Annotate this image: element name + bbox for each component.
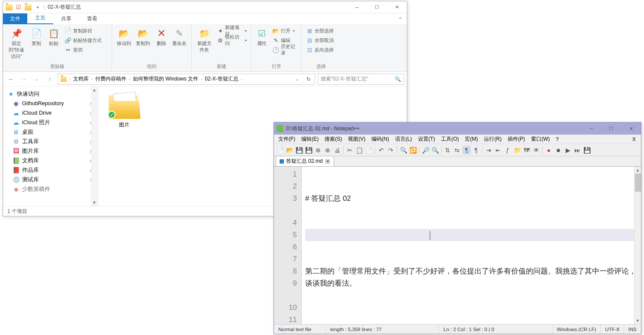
- maximize-button[interactable]: ☐: [601, 122, 621, 135]
- history-button[interactable]: 🕐历史记录: [270, 45, 299, 55]
- minimize-button[interactable]: ─: [347, 1, 367, 13]
- nav-item[interactable]: ☁iCloud Drive📌: [3, 108, 98, 118]
- dropdown-icon[interactable]: ⌄: [292, 77, 303, 81]
- invert-selection-button[interactable]: ⊡反向选择: [304, 45, 335, 55]
- editor-scrollbar[interactable]: ▲ ▼: [634, 167, 641, 324]
- breadcrumb-item[interactable]: 如何整理我的 Windows 文件: [131, 74, 200, 84]
- play-icon[interactable]: ▶: [564, 146, 572, 155]
- sync-h-icon[interactable]: ⇆: [453, 146, 461, 155]
- menu-search[interactable]: 搜索(S): [322, 135, 345, 144]
- breadcrumb-item[interactable]: 02-X-答疑汇总: [203, 74, 240, 84]
- close-button[interactable]: ✕: [387, 1, 407, 13]
- search-icon[interactable]: 🔍: [395, 76, 401, 82]
- select-all-button[interactable]: ⊞全部选择: [304, 26, 335, 35]
- menu-run[interactable]: 运行(R): [481, 135, 504, 144]
- code-area[interactable]: # 答疑汇总 02 第二期的「管理常用文件」受到了不少好评，各位提出了许多有价值…: [302, 167, 641, 324]
- quick-access-header[interactable]: ★快速访问: [3, 89, 98, 99]
- minimize-button[interactable]: ─: [581, 122, 601, 135]
- notepad-titlebar[interactable]: D:\答疑汇总 02.md - Notepad++ ─ ☐ ✕: [274, 122, 641, 135]
- nav-item[interactable]: ☁iCloud 照片📌: [3, 118, 98, 127]
- nav-scrollbar[interactable]: ▲ ▼: [91, 87, 98, 206]
- indent-icon[interactable]: ⇥: [484, 146, 493, 155]
- pin-quick-access-button[interactable]: 📌固定到"快速访问": [6, 26, 27, 61]
- maximize-button[interactable]: ☐: [367, 1, 387, 13]
- menu-edit[interactable]: 编辑(E): [299, 135, 321, 144]
- copy-path-button[interactable]: 📄复制路径: [63, 26, 103, 35]
- save-all-icon[interactable]: 💾: [304, 146, 313, 155]
- func-list-icon[interactable]: ƒ: [503, 146, 512, 155]
- outdent-icon[interactable]: ⇤: [494, 146, 502, 155]
- breadcrumb[interactable]: › 文档库› 付费内容稿件› 如何整理我的 Windows 文件› 02-X-答…: [58, 74, 315, 85]
- menu-plugins[interactable]: 插件(P): [505, 135, 528, 144]
- refresh-icon[interactable]: ↻: [303, 76, 314, 82]
- menu-file[interactable]: 文件(F): [276, 135, 298, 144]
- paste-button[interactable]: 📋粘贴: [45, 26, 62, 48]
- copy-icon[interactable]: 📋: [355, 146, 364, 155]
- paste-shortcut-button[interactable]: 🔗粘贴快捷方式: [63, 35, 103, 45]
- navigation-pane[interactable]: ★快速访问 ◉GithubRepository📌 ☁iCloud Drive📌 …: [3, 87, 98, 206]
- menu-window[interactable]: 窗口(W): [528, 135, 552, 144]
- tab-close-icon[interactable]: ✕: [325, 159, 330, 164]
- replace-icon[interactable]: 🔂: [409, 146, 417, 155]
- monitor-icon[interactable]: 👁: [532, 146, 541, 155]
- menu-encoding[interactable]: 编码(N): [369, 135, 392, 144]
- save-icon[interactable]: 💾: [295, 146, 303, 155]
- close-all-icon[interactable]: ⊗: [323, 146, 332, 155]
- zoom-out-icon[interactable]: 🔍: [431, 146, 439, 155]
- folder-view-icon[interactable]: 📁: [513, 146, 522, 155]
- print-icon[interactable]: 🖨: [333, 146, 341, 155]
- doc-map-icon[interactable]: 🗺: [522, 146, 531, 155]
- properties-button[interactable]: ☑属性: [254, 26, 270, 48]
- select-none-button[interactable]: ⊟全部取消: [304, 35, 335, 45]
- document-tab[interactable]: 答疑汇总 02.md ✕: [276, 156, 334, 166]
- record-icon[interactable]: ●: [544, 146, 553, 155]
- qat-dropdown-icon[interactable]: ▾: [33, 3, 42, 12]
- ribbon-collapse-icon[interactable]: ⌃: [394, 15, 407, 24]
- breadcrumb-item[interactable]: 文档库: [71, 74, 90, 84]
- save-macro-icon[interactable]: 💾: [583, 146, 591, 155]
- show-chars-icon[interactable]: ¶: [472, 146, 480, 155]
- tab-home[interactable]: 主页: [27, 13, 53, 24]
- folder-icon[interactable]: [24, 3, 32, 12]
- tab-view[interactable]: 查看: [79, 13, 105, 24]
- tab-file[interactable]: 文件: [3, 13, 27, 24]
- rename-button[interactable]: ✎重命名: [171, 26, 189, 48]
- recent-dropdown[interactable]: ⌄: [32, 74, 42, 84]
- qat-properties-icon[interactable]: ☑: [14, 3, 23, 12]
- menu-view[interactable]: 视图(V): [345, 135, 368, 144]
- redo-icon[interactable]: ↷: [386, 146, 395, 155]
- close-button[interactable]: ✕: [621, 122, 641, 135]
- copy-button[interactable]: 📄复制: [28, 26, 45, 48]
- editor[interactable]: 1 2 3 4 5 6 7 8 9 10 11 # 答疑汇总 02 第二期的「管…: [274, 167, 641, 324]
- stop-icon[interactable]: ■: [554, 146, 563, 155]
- nav-item[interactable]: ◆少数派稿件: [3, 184, 98, 194]
- find-icon[interactable]: 🔍: [399, 146, 408, 155]
- search-input[interactable]: 搜索"02-X-答疑汇总" 🔍: [318, 74, 404, 85]
- play-multi-icon[interactable]: ⏭: [573, 146, 582, 155]
- cut-button[interactable]: ✂剪切: [63, 45, 103, 55]
- new-icon[interactable]: 📄: [276, 146, 284, 155]
- folder-item[interactable]: ✓ 图片: [103, 92, 145, 129]
- menu-macro[interactable]: 宏(M): [462, 135, 480, 144]
- nav-item[interactable]: ⚙工具库📌: [3, 137, 98, 146]
- close-icon[interactable]: ⊗: [314, 146, 322, 155]
- paste-icon[interactable]: 📄: [364, 146, 373, 155]
- breadcrumb-item[interactable]: 付费内容稿件: [93, 74, 128, 84]
- sync-v-icon[interactable]: ⇅: [443, 146, 452, 155]
- back-button[interactable]: ←: [6, 74, 16, 84]
- new-folder-button[interactable]: 📁新建文件夹: [194, 26, 215, 55]
- copy-to-button[interactable]: 📂复制到: [134, 26, 152, 48]
- tab-share[interactable]: 共享: [53, 13, 79, 24]
- wrap-icon[interactable]: ¶: [462, 146, 471, 155]
- nav-item[interactable]: 💿测试库📌: [3, 175, 98, 184]
- cut-icon[interactable]: ✂: [345, 146, 354, 155]
- nav-item[interactable]: 🖥桌面📌: [3, 127, 98, 137]
- menu-tools[interactable]: 工具(O): [438, 135, 461, 144]
- up-button[interactable]: ↑: [45, 74, 55, 84]
- undo-icon[interactable]: ↶: [377, 146, 386, 155]
- menu-help[interactable]: ?: [553, 135, 561, 143]
- explorer-titlebar[interactable]: ☑ ▾ | 02-X-答疑汇总 ─ ☐ ✕: [3, 1, 407, 13]
- nav-item[interactable]: 🖼图片库📌: [3, 146, 98, 156]
- easy-access-button[interactable]: ⚙轻松访问▾: [216, 35, 248, 45]
- nav-item[interactable]: 📗文档库📌: [3, 156, 98, 165]
